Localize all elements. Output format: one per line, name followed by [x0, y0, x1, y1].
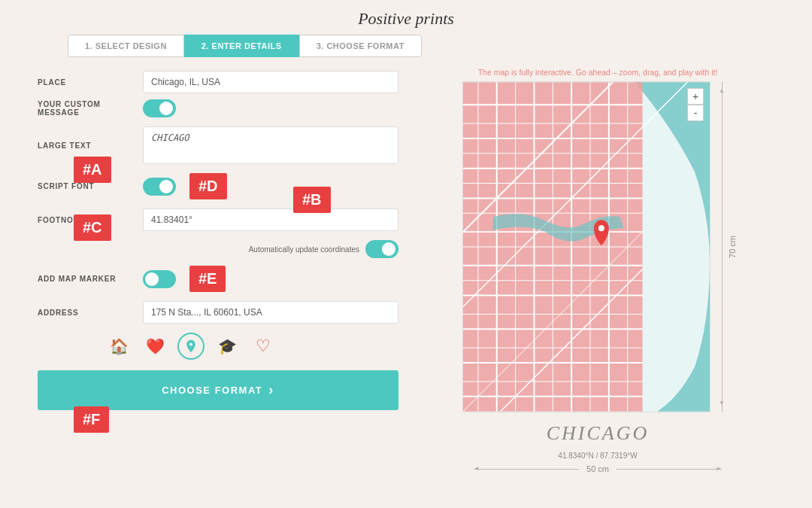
step-select-design[interactable]: 1. SELECT DESIGN: [68, 35, 184, 57]
script-font-toggle[interactable]: [143, 178, 176, 196]
address-input[interactable]: [143, 301, 398, 324]
height-label: ▲ ▼ 70 cm: [710, 81, 733, 412]
map-city-text: CHICAGO: [474, 418, 722, 450]
home-icon-btn[interactable]: 🏠: [105, 333, 132, 360]
map-svg: [463, 82, 710, 412]
right-panel: The map is fully interactive. Go ahead –…: [421, 68, 774, 473]
map-text-area: CHICAGO 41.8340°N / 87.7319°W: [474, 412, 722, 463]
heart-outline-icon-btn[interactable]: ♡: [250, 333, 277, 360]
choose-format-button[interactable]: CHOOSE FORMAT ›: [38, 370, 398, 410]
toggle-slider-script: [143, 178, 176, 196]
zoom-in-button[interactable]: +: [687, 88, 704, 105]
custom-message-row: YOUR CUSTOM MESSAGE: [38, 99, 398, 117]
large-text-label: LARGE TEXT: [38, 141, 143, 150]
add-marker-label: ADD MAP MARKER: [38, 275, 143, 283]
step-choose-format[interactable]: 3. CHOOSE FORMAT: [299, 35, 422, 57]
custom-message-toggle[interactable]: [143, 99, 176, 117]
annotation-c: #C: [74, 214, 111, 241]
script-font-label: SCRIPT FONT: [38, 182, 143, 190]
step-enter-details[interactable]: 2. ENTER DETAILS: [184, 35, 299, 57]
auto-update-label: Automatically update coordinates: [249, 245, 359, 254]
steps-navigation: 1. SELECT DESIGN 2. ENTER DETAILS 3. CHO…: [0, 35, 812, 57]
map-preview[interactable]: + -: [462, 81, 710, 412]
footnote-input[interactable]: [143, 208, 398, 231]
heart-filled-icon-btn[interactable]: ❤️: [141, 333, 168, 360]
choose-format-label: CHOOSE FORMAT: [162, 385, 262, 396]
annotation-b: #B: [293, 187, 331, 213]
toggle-slider-marker: [143, 270, 176, 288]
toggle-slider-auto: [365, 240, 398, 258]
left-panel: #A PLACE #B YOUR CUSTOM MESSAGE #C LARGE…: [38, 68, 398, 473]
annotation-e: #E: [189, 266, 226, 292]
place-label: PLACE: [38, 78, 143, 87]
address-label: ADDRESS: [38, 309, 143, 317]
annotation-f: #F: [74, 406, 109, 433]
marker-icon-row: 🏠 ❤️ 🎓 ♡: [105, 333, 398, 360]
map-coords-text: 41.8340°N / 87.7319°W: [474, 452, 722, 460]
large-text-input[interactable]: CHICAGO: [143, 126, 398, 164]
height-value: 70 cm: [728, 236, 737, 258]
place-input[interactable]: [143, 71, 398, 93]
annotation-a: #A: [74, 157, 111, 183]
map-pin-icon-btn[interactable]: [177, 333, 205, 360]
place-row: PLACE: [38, 71, 398, 93]
toggle-slider-custom: [143, 99, 176, 117]
svg-text:CHICAGO: CHICAGO: [547, 422, 650, 444]
add-marker-toggle[interactable]: [143, 270, 176, 288]
add-marker-row: ADD MAP MARKER #E: [38, 266, 398, 292]
map-hint: The map is fully interactive. Go ahead –…: [478, 68, 718, 77]
annotation-d: #D: [189, 173, 227, 199]
auto-update-row: Automatically update coordinates: [38, 240, 398, 258]
main-layout: #A PLACE #B YOUR CUSTOM MESSAGE #C LARGE…: [0, 68, 812, 473]
width-label: ◄ 50 cm ►: [474, 464, 722, 473]
header: Positive prints: [0, 0, 812, 35]
graduation-icon-btn[interactable]: 🎓: [214, 333, 241, 360]
logo: Positive prints: [358, 9, 454, 28]
auto-update-toggle[interactable]: [365, 240, 398, 258]
custom-message-label: YOUR CUSTOM MESSAGE: [38, 100, 143, 117]
choose-format-arrow: ›: [268, 382, 274, 398]
address-row: ADDRESS: [38, 301, 398, 324]
zoom-out-button[interactable]: -: [687, 105, 704, 121]
map-controls: + -: [687, 88, 704, 121]
width-value: 50 cm: [583, 464, 612, 473]
svg-point-34: [598, 225, 604, 231]
